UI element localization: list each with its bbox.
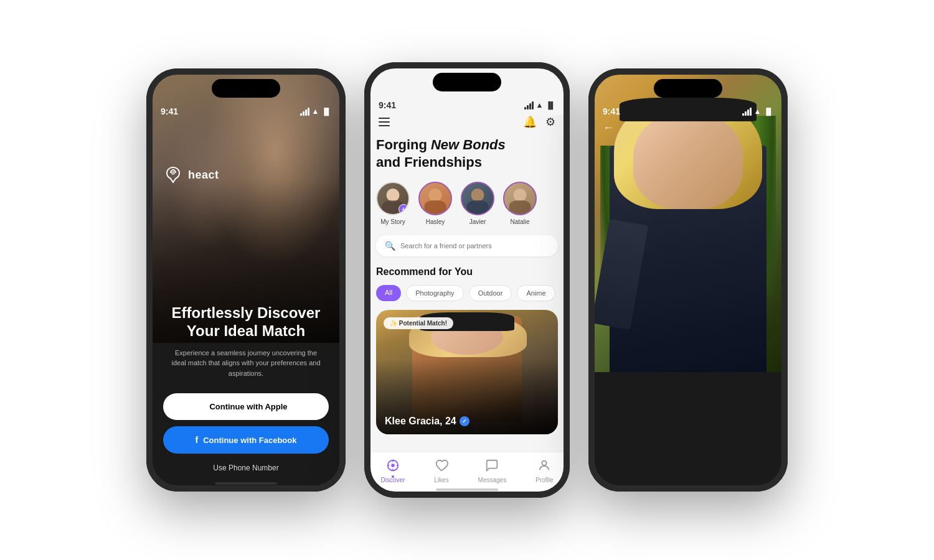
facebook-login-button[interactable]: f Continue with Facebook [163, 426, 329, 454]
wifi-icon-2: ▲ [536, 101, 544, 110]
story-label-javier: Javier [469, 218, 486, 225]
menu-button[interactable] [379, 118, 390, 126]
dynamic-island-1 [212, 79, 280, 98]
back-button[interactable]: ← [603, 121, 614, 134]
add-story-badge: + [399, 204, 408, 214]
dynamic-island-3 [654, 79, 722, 98]
facebook-icon: f [196, 435, 199, 445]
filter-chips: All Photography Outdoor Anime [376, 285, 558, 301]
profile-icon [537, 459, 551, 475]
status-time-2: 9:41 [379, 100, 396, 110]
search-icon: 🔍 [385, 241, 395, 251]
search-input[interactable] [400, 242, 549, 250]
nav-messages[interactable]: Messages [478, 459, 507, 483]
battery-icon-3: ▐▌ [763, 108, 773, 115]
app-name: heact [188, 169, 219, 182]
feed-header: 🔔 ⚙ [366, 115, 568, 134]
story-label-mystory: My Story [380, 218, 405, 225]
svg-point-3 [542, 461, 547, 465]
filter-chip-all[interactable]: All [376, 285, 401, 301]
notification-icon[interactable]: 🔔 [523, 115, 537, 129]
signal-icon-2 [524, 101, 534, 110]
search-bar[interactable]: 🔍 [376, 235, 558, 256]
story-item-mystory[interactable]: + My Story [376, 182, 410, 225]
verified-icon: ✓ [460, 416, 469, 426]
feed-title: Forging New Bondsand Friendships [376, 136, 558, 170]
filter-chip-anime[interactable]: Anime [517, 285, 555, 301]
phone-login-button[interactable]: Use Phone Number [163, 464, 329, 472]
hero-subtitle: Experience a seamless journey uncovering… [163, 348, 329, 379]
likes-icon [435, 459, 448, 475]
profile-detail-panel: ✨ Potential Match! Klee Gracia, 24 ✓ Run… [590, 477, 786, 490]
battery-icon: ▐▌ [321, 108, 331, 115]
filter-icon[interactable]: ⚙ [545, 115, 555, 129]
story-item-hasley[interactable]: Hasley [418, 182, 452, 225]
potential-match-badge: ✨ Potential Match! [384, 317, 453, 329]
header-action-icons: 🔔 ⚙ [523, 115, 555, 129]
filter-chip-outdoor[interactable]: Outdoor [469, 285, 512, 301]
nav-likes[interactable]: Likes [434, 459, 448, 483]
story-label-hasley: Hasley [426, 218, 445, 225]
nav-profile[interactable]: Profile [535, 459, 553, 483]
hero-section: Effortlessly Discover Your Ideal Match E… [148, 185, 344, 490]
nav-label-likes: Likes [434, 477, 448, 483]
status-time-3: 9:41 [603, 106, 620, 116]
profile-header: ← [590, 121, 786, 139]
story-avatar-mystory: + [376, 182, 410, 215]
status-time-1: 9:41 [161, 106, 178, 116]
signal-icon-3 [742, 108, 752, 116]
discover-icon [386, 459, 400, 475]
story-label-natalie: Natalie [510, 218, 529, 225]
apple-button-label: Continue with Apple [209, 402, 287, 411]
hero-title: Effortlessly Discover Your Ideal Match [163, 304, 329, 340]
home-indicator-2 [436, 488, 498, 491]
nav-label-messages: Messages [478, 477, 507, 483]
dynamic-island-2 [433, 73, 501, 91]
status-icons-1: ▲ ▐▌ [300, 107, 331, 116]
messages-icon [485, 459, 499, 475]
filter-chip-photography[interactable]: Photography [406, 285, 463, 301]
story-avatar-natalie [503, 182, 537, 215]
story-item-natalie[interactable]: Natalie [503, 182, 537, 225]
nav-label-profile: Profile [535, 477, 553, 483]
phone-2: 9:41 ▲ ▐▌ 🔔 ⚙ [364, 62, 570, 498]
phone-button-label: Use Phone Number [213, 464, 278, 472]
status-icons-2: ▲ ▐▌ [524, 101, 555, 110]
phone-1: 9:41 ▲ ▐▌ heact Effortlessly Dis [146, 68, 346, 492]
match-card-info: Klee Gracia, 24 ✓ [385, 416, 549, 427]
app-logo: heact [148, 121, 344, 185]
match-card-name: Klee Gracia, 24 ✓ [385, 416, 549, 427]
story-item-javier[interactable]: Javier [461, 182, 494, 225]
story-avatar-hasley [418, 182, 452, 215]
feed-scroll: Forging New Bondsand Friendships + My St… [366, 134, 568, 452]
status-icons-3: ▲ ▐▌ [742, 107, 773, 116]
phone-3: 9:41 ▲ ▐▌ ← ✨ Potential Match! [588, 68, 788, 492]
story-avatar-javier [461, 182, 494, 215]
svg-point-2 [391, 464, 395, 467]
wifi-icon: ▲ [312, 107, 319, 116]
facebook-button-label: Continue with Facebook [203, 436, 296, 445]
recommend-section-title: Recommend for You [376, 266, 558, 278]
logo-icon [163, 165, 183, 185]
battery-icon-2: ▐▌ [545, 101, 555, 109]
apple-login-button[interactable]: Continue with Apple [163, 393, 329, 420]
svg-point-0 [171, 171, 175, 175]
stories-row: + My Story Hasley [376, 182, 558, 225]
signal-icon [300, 108, 309, 116]
nav-discover[interactable]: Discover [380, 459, 405, 483]
match-card[interactable]: ✨ Potential Match! Klee Gracia, 24 ✓ [376, 310, 558, 434]
wifi-icon-3: ▲ [754, 107, 762, 116]
